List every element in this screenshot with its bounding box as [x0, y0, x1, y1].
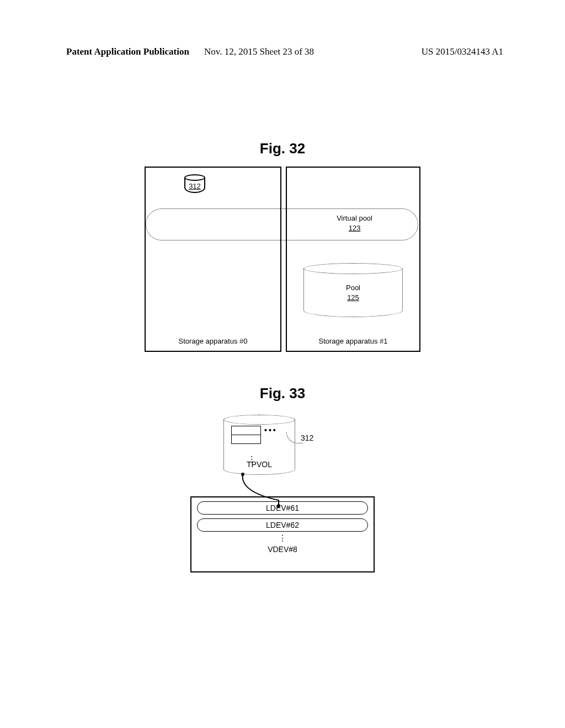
connector-curve [190, 415, 375, 508]
virtual-pool-name: Virtual pool [337, 214, 372, 222]
header-publication: Patent Application Publication [66, 46, 189, 57]
virtual-pool-id: 123 [349, 224, 361, 232]
pool-label: Pool 125 [303, 283, 403, 303]
cylinder-top-ellipse [184, 174, 205, 181]
virtual-pool-label: Virtual pool 123 [337, 213, 372, 233]
ldev-61: LDEV#61 [197, 501, 368, 515]
pool-top-ellipse [303, 263, 403, 274]
storage-apparatus-0-label: Storage apparatus #0 [146, 337, 280, 345]
pool-name: Pool [346, 283, 360, 292]
virtual-pool-box: Virtual pool 123 [146, 208, 418, 240]
vdev-8-box: LDEV#61 LDEV#62 ••• VDEV#8 [190, 496, 375, 572]
figure-33-title: Fig. 33 [0, 385, 565, 402]
figure-32: 312 Storage apparatus #0 Storage apparat… [145, 167, 420, 352]
cylinder-312: 312 [184, 174, 205, 193]
pool-id: 125 [347, 293, 359, 302]
figure-32-title: Fig. 32 [0, 140, 565, 157]
header-sheet: Nov. 12, 2015 Sheet 23 of 38 [204, 46, 314, 57]
svg-point-0 [241, 473, 244, 476]
storage-apparatus-1-label: Storage apparatus #1 [287, 337, 419, 345]
ldev-62: LDEV#62 [197, 518, 368, 532]
pool-box: Pool 125 [303, 263, 403, 318]
storage-apparatus-0-box: 312 Storage apparatus #0 [145, 167, 281, 352]
cylinder-312-label: 312 [184, 182, 205, 190]
figure-33: ••• ••• TPVOL 312 LDEV#61 LDEV#62 ••• VD… [190, 415, 375, 575]
vdev-8-label: VDEV#8 [191, 545, 374, 554]
header-docnum: US 2015/0324143 A1 [422, 46, 503, 57]
storage-apparatus-1-box: Storage apparatus #1 [286, 167, 420, 352]
ellipsis-icon: ••• [191, 534, 374, 543]
